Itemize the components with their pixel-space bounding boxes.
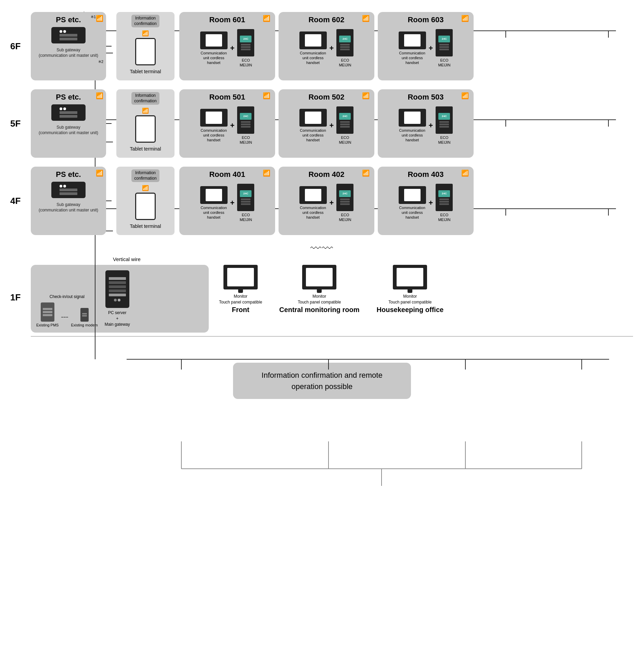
room-403-box: 📶 Room 403 Communicationunit cordlesshan… [378,167,474,235]
room-502-box: 📶 Room 502 Communicationunit cordlesshan… [279,89,374,158]
monitor-label-housekeeping: MonitorTouch panel compatible [388,294,432,305]
eco-unit-403: 24C ECOMEIJIN [436,184,453,222]
tablet-box-5f: Informationconfirmation 📶 Tablet termina… [116,89,175,158]
floor-4f-section: 4F 📶 PS etc. Sub gateway(communication u… [10,165,634,237]
comm-device-601 [200,31,228,49]
tablet-wifi-5f: 📶 [142,107,149,114]
eco-label-601: ECOMEIJIN [240,58,252,68]
note-ref2-6f: ※2 [98,60,103,64]
eco-unit-401: 24C ECOMEIJIN [237,184,254,222]
ps-box-6f: 📶 ※1 PS etc. Sub gateway(communication u… [31,12,106,80]
gateway-device-4f [51,182,86,198]
checkin-label: Check-in/out signal [50,294,85,299]
info-badge-4f: Informationconfirmation [131,169,159,182]
bottom-section: Information confirmation and remote oper… [10,342,634,399]
floor-1f-row: 1F Check-in/out signal Existing PMS [10,265,634,333]
comm-unit-402: Communicationunit cordlesshandset [299,186,327,220]
comm-device-603 [399,31,426,49]
eco-unit-603: 24C ECOMEIJIN [436,29,453,68]
floor-6f-label: 6F [10,41,31,52]
eco-label-603: ECOMEIJIN [438,58,450,68]
comm-unit-503: Communicationunit cordlesshandset [399,109,426,143]
room-402-box: 📶 Room 402 Communicationunit cordlesshan… [279,167,374,235]
comm-device-502 [299,109,327,127]
room-602-wifi: 📶 [362,15,370,22]
plus-503: + [429,121,433,130]
ps-wifi-icon-6f: 📶 [96,15,103,22]
comm-label-602: Communicationunit cordlesshandset [300,51,326,65]
monitor-central: MonitorTouch panel compatible Central mo… [279,265,359,314]
eco-device-401: 24C [237,184,254,211]
monitor-stations-row: MonitorTouch panel compatible Front Moni… [219,265,443,314]
monitor-housekeeping: MonitorTouch panel compatible Housekeepi… [377,265,444,314]
eco-device-503: 24C [436,106,453,134]
room-503-wifi: 📶 [461,92,469,100]
eco-unit-602: 24C ECOMEIJIN [336,29,353,68]
room-403-devices: Communicationunit cordlesshandset + 24C … [399,184,453,222]
comm-unit-403: Communicationunit cordlesshandset [399,186,426,220]
monitor-stand-housekeeping [408,289,412,293]
plus-501: + [230,121,235,130]
comm-device-403 [399,186,426,204]
ps-box-5f: 📶 PS etc. Sub gateway(communication unit… [31,89,106,158]
existing-pms-group: Existing PMS [36,302,59,327]
gateway-label-5f: Sub gateway(communication unit master un… [39,125,98,135]
eco-device-502: 24C [336,106,353,134]
rooms-area-4f: 📶 Room 401 Communicationunit cordlesshan… [179,167,634,235]
eco-label-403: ECOMEIJIN [438,212,450,222]
station-name-central: Central monitoring room [279,306,359,314]
room-401-box: 📶 Room 401 Communicationunit cordlesshan… [179,167,275,235]
plus-403: + [429,198,433,207]
room-601-wifi: 📶 [263,15,270,22]
eco-unit-502: 24C ECOMEIJIN [336,106,353,145]
plus-502: + [330,121,334,130]
connector-6f [106,46,112,47]
comm-label-503: Communicationunit cordlesshandset [399,128,425,143]
tablet-icon-6f [135,38,156,65]
plus-603: + [429,44,433,53]
monitor-stand-central [317,289,322,293]
station-name-front: Front [232,306,249,314]
ps-wifi-icon-5f: 📶 [96,92,103,100]
info-badge-5f: Informationconfirmation [131,92,159,105]
comm-label-401: Communicationunit cordlesshandset [201,205,227,220]
eco-device-603: 24C [436,29,453,56]
tablet-icon-4f [135,193,156,220]
gateway-device-5f [51,104,86,121]
pc-server-group: PC server+Main gateway [105,270,130,327]
comm-device-401 [200,186,228,204]
room-601-box: 📶 Room 601 Communicationunit cordlesshan… [179,12,275,80]
eco-label-503: ECOMEIJIN [438,135,450,145]
room-401-devices: Communicationunit cordlesshandset + 24C … [200,184,255,222]
floor-6f-section: 6F 📶 ※1 PS etc. Sub gateway(communicatio… [10,10,634,82]
room-503-box: 📶 Room 503 Communicationunit cordlesshan… [378,89,474,158]
tablet-label-4f: Tablet terminal [130,223,161,229]
eco-device-602: 24C [336,29,353,56]
room-602-box: 📶 Room 602 Communicationunit cordlesshan… [279,12,374,80]
dashed-connector-1 [61,317,68,318]
monitor-label-front: MonitorTouch panel compatible [219,294,262,305]
bottom-result-box: Information confirmation and remote oper… [233,363,411,399]
eco-device-601: 24C [237,29,254,56]
tablet-box-6f: Informationconfirmation 📶 Tablet termina… [116,12,175,80]
room-501-wifi: 📶 [263,92,270,100]
eco-unit-402: 24C ECOMEIJIN [336,184,353,222]
tablet-box-4f: Informationconfirmation 📶 Tablet termina… [116,167,175,235]
eco-unit-601: 24C ECOMEIJIN [237,29,254,68]
comm-unit-502: Communicationunit cordlesshandset [299,109,327,143]
room-501-title: Room 501 [209,93,245,102]
comm-label-402: Communicationunit cordlesshandset [300,205,326,220]
comm-unit-501: Communicationunit cordlesshandset [200,109,228,143]
comm-label-403: Communicationunit cordlesshandset [399,205,425,220]
floor-1f-box: Check-in/out signal Existing PMS [31,265,209,333]
bottom-result-text: Information confirmation and remote oper… [250,370,394,392]
comm-label-603: Communicationunit cordlesshandset [399,51,425,65]
eco-device-501: 24C [237,106,254,134]
connector-5f [106,123,112,124]
info-badge-6f: Informationconfirmation [131,15,159,27]
tablet-wifi-6f: 📶 [135,30,156,37]
comm-device-501 [200,109,228,127]
comm-device-402 [299,186,327,204]
pms-icon [41,302,54,322]
monitor-stand-front [238,289,243,293]
